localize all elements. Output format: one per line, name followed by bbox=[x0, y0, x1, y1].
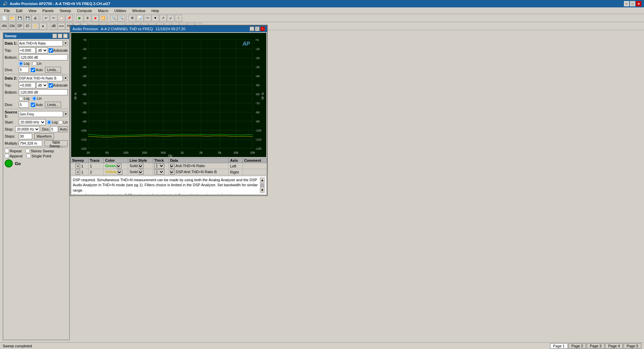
data2-input[interactable] bbox=[18, 75, 63, 81]
maximize-button[interactable]: □ bbox=[630, 1, 635, 6]
auto-s-btn[interactable]: Auto bbox=[59, 126, 68, 132]
print-btn[interactable]: 🖨 bbox=[32, 15, 39, 21]
new-btn[interactable]: 📄 bbox=[1, 15, 8, 21]
menu-sweep[interactable]: Sweep bbox=[57, 8, 74, 13]
menu-compute[interactable]: Compute bbox=[74, 8, 95, 13]
t2-btn5[interactable]: ⚡ bbox=[32, 23, 39, 30]
stereo-sweep-checkbox[interactable] bbox=[25, 149, 30, 153]
config-btn[interactable]: ⚙ bbox=[128, 15, 136, 21]
repeat-checkbox[interactable] bbox=[5, 149, 9, 153]
copy-btn[interactable]: 📋 bbox=[58, 15, 65, 21]
t2-btn4[interactable]: IO bbox=[24, 23, 31, 30]
table-sweep-btn[interactable]: Table Sweep... bbox=[44, 140, 68, 146]
ap-maximize-btn[interactable]: □ bbox=[255, 27, 260, 31]
bottom2-input[interactable] bbox=[19, 89, 68, 95]
page-4-btn[interactable]: Page 4 bbox=[605, 343, 623, 349]
cell-thick-0[interactable]: 1 bbox=[153, 163, 168, 169]
log2-radio[interactable] bbox=[19, 96, 23, 101]
data-select-1[interactable]: ▼ bbox=[170, 170, 175, 174]
start-btn[interactable]: ▶ bbox=[76, 15, 84, 21]
pause-btn[interactable]: ⏸ bbox=[84, 15, 91, 21]
paste-btn[interactable]: 📌 bbox=[65, 15, 73, 21]
multiply-input[interactable] bbox=[19, 140, 42, 146]
waveform-btn[interactable]: Waveform bbox=[34, 133, 54, 139]
t2-btn6[interactable]: ♦ bbox=[39, 23, 47, 30]
limits1-btn[interactable]: Limits... bbox=[45, 67, 61, 73]
linestyle-select-1[interactable]: ▼ bbox=[139, 170, 144, 174]
source1-input[interactable] bbox=[18, 111, 63, 117]
single-point-checkbox[interactable] bbox=[26, 154, 31, 158]
start-select[interactable]: 20.0000 kHz bbox=[19, 119, 46, 125]
color-select-0[interactable]: ▼ bbox=[117, 164, 121, 168]
page-5-btn[interactable]: Page 5 bbox=[624, 343, 641, 349]
cell-linestyle-0[interactable]: Solid ▼ bbox=[128, 163, 153, 169]
extra3-btn[interactable]: ↕ bbox=[175, 15, 182, 21]
stop-select[interactable]: 20.0000 Hz bbox=[15, 126, 40, 132]
open-btn[interactable]: 📂 bbox=[8, 15, 16, 21]
linestyle-select-0[interactable]: ▼ bbox=[139, 164, 144, 168]
close-button[interactable]: ✕ bbox=[636, 1, 641, 6]
ap-minimize-btn[interactable]: _ bbox=[250, 27, 254, 31]
top2-input[interactable] bbox=[19, 82, 36, 88]
menu-window[interactable]: Window bbox=[129, 8, 148, 13]
analyze-btn[interactable]: 📊 bbox=[136, 15, 144, 21]
menu-utilities[interactable]: Utilities bbox=[112, 8, 129, 13]
cell-x-0[interactable]: 1 bbox=[71, 163, 89, 169]
divs1-input[interactable] bbox=[19, 67, 29, 73]
auto2-checkbox[interactable] bbox=[31, 103, 35, 107]
log1-radio[interactable] bbox=[19, 61, 23, 66]
thick-select-0[interactable]: 1 bbox=[154, 163, 164, 168]
page-3-btn[interactable]: Page 3 bbox=[587, 343, 604, 349]
limits2-btn[interactable]: Limits... bbox=[45, 102, 61, 108]
t2-btn2[interactable]: GN bbox=[8, 23, 16, 30]
source1-expand-btn[interactable]: ▼ bbox=[64, 111, 68, 117]
repeat-btn[interactable]: 🔁 bbox=[99, 15, 107, 21]
start-log-radio[interactable] bbox=[47, 120, 51, 124]
zoom-out-btn[interactable]: 🔍 bbox=[118, 15, 125, 21]
t2-btn3[interactable]: DP bbox=[16, 23, 23, 30]
cell-thick-1[interactable]: 1 bbox=[153, 169, 168, 175]
save-as-btn[interactable]: 💾 bbox=[24, 15, 31, 21]
filter-btn[interactable]: ▼ bbox=[152, 15, 159, 21]
top1-unit-select[interactable]: dB bbox=[36, 47, 48, 53]
menu-panels[interactable]: Panels bbox=[40, 8, 56, 13]
thick-select-1[interactable]: 1 bbox=[154, 169, 164, 174]
row-x-btn-0[interactable] bbox=[75, 164, 80, 168]
lin2-radio[interactable] bbox=[32, 96, 37, 101]
stop-btn[interactable]: ■ bbox=[92, 15, 99, 21]
divs-s-input[interactable] bbox=[50, 126, 58, 132]
t2-btn1[interactable]: AN bbox=[1, 23, 8, 30]
cut-btn[interactable]: ✂ bbox=[50, 15, 57, 21]
t2-btn8[interactable]: ⟺ bbox=[58, 23, 65, 30]
steps-input[interactable] bbox=[19, 133, 32, 139]
panel-minimize[interactable]: _ bbox=[52, 34, 57, 38]
data-select-0[interactable]: ▼ bbox=[170, 164, 175, 168]
cell-linestyle-1[interactable]: Solid ▼ bbox=[128, 169, 153, 175]
append-checkbox[interactable] bbox=[5, 154, 9, 158]
page-1-btn[interactable]: Page 1 bbox=[550, 343, 568, 349]
data2-expand-btn[interactable]: ▼ bbox=[63, 76, 68, 81]
start-lin-radio[interactable] bbox=[58, 120, 63, 124]
notes-scroll-up[interactable]: ▲ bbox=[260, 178, 265, 183]
cell-color-0[interactable]: Green ▼ bbox=[104, 163, 128, 169]
lin1-radio[interactable] bbox=[32, 61, 37, 66]
minimize-button[interactable]: − bbox=[624, 1, 629, 6]
menu-edit[interactable]: Edit bbox=[13, 8, 25, 13]
data1-input[interactable] bbox=[18, 40, 63, 46]
top1-input[interactable] bbox=[19, 47, 36, 53]
row-x-btn-1[interactable] bbox=[75, 170, 80, 174]
bottom1-input[interactable] bbox=[19, 54, 68, 60]
extra2-btn[interactable]: ↙ bbox=[167, 15, 174, 21]
save-btn[interactable]: 💾 bbox=[16, 15, 23, 21]
menu-file[interactable]: File bbox=[1, 8, 13, 13]
top2-unit-select[interactable]: dB bbox=[36, 82, 48, 88]
cell-color-1[interactable]: Yellow ▼ bbox=[104, 169, 128, 175]
ap-close-btn[interactable]: × bbox=[260, 27, 265, 31]
go-button[interactable]: Go bbox=[15, 161, 21, 166]
data1-expand-btn[interactable]: ▼ bbox=[63, 41, 68, 46]
divs2-input[interactable] bbox=[19, 102, 29, 108]
menu-help[interactable]: Help bbox=[149, 8, 162, 13]
cell-x-1[interactable]: 1 bbox=[71, 169, 89, 175]
undo-btn[interactable]: ↩ bbox=[42, 15, 50, 21]
panel-close[interactable]: × bbox=[63, 34, 68, 38]
